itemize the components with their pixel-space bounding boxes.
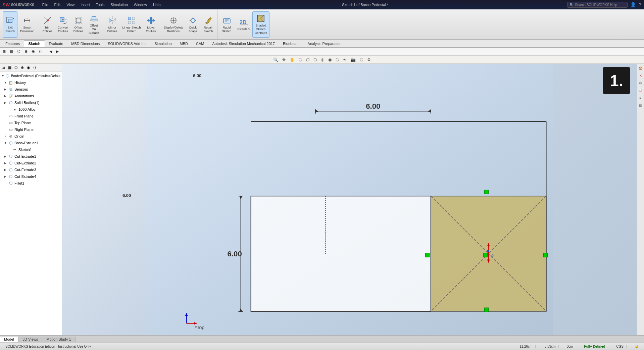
shaded-sketch-button[interactable]: ShadedSketchContours	[252, 11, 269, 38]
menu-tools[interactable]: Tools	[93, 2, 107, 7]
view-apply[interactable]: ⬡	[358, 57, 364, 63]
rp-extra[interactable]: ▦	[638, 102, 644, 108]
repair-sketch-button[interactable]: RepairSketch	[201, 11, 216, 38]
prev-arrow[interactable]: ◀	[48, 49, 53, 54]
convert-entities-button[interactable]: ConvertEntities	[56, 11, 70, 38]
tab-model[interactable]: Model	[0, 337, 18, 342]
mirror-entities-button[interactable]: MirrorEntities	[105, 11, 120, 38]
tab-mbd-dimensions[interactable]: MBD Dimensions	[67, 41, 104, 47]
menu-file[interactable]: File	[40, 2, 51, 7]
tab-analysis[interactable]: Analysis Preparation	[304, 41, 346, 47]
tree-item-cut-extrude2[interactable]: ▶ ⬡ Cut-Extrude2	[0, 160, 62, 166]
view-camera[interactable]: 📷	[349, 57, 357, 63]
sidebar-btn4[interactable]: ⊕	[19, 65, 25, 70]
trim-entities-button[interactable]: TrimEntities	[40, 11, 55, 38]
display-delete-button[interactable]: Display/DeleteRelations	[162, 11, 185, 38]
view-settings[interactable]: ⚙	[366, 57, 372, 63]
offset-entities-button[interactable]: OffsetEntities	[71, 11, 86, 38]
sidebar-btn6[interactable]: ⟨⟩	[32, 65, 37, 70]
tree-item-1060-alloy[interactable]: ≡ 1060 Alloy	[0, 106, 62, 113]
view-rotate[interactable]: 🔍	[272, 57, 280, 63]
tree-item-sketch1[interactable]: ✏ Sketch1	[0, 146, 62, 153]
rp-list[interactable]: ≡	[638, 95, 644, 101]
view-box[interactable]: ⬡	[297, 57, 303, 63]
view-light[interactable]: ☀	[342, 57, 348, 63]
sidebar-filter[interactable]: ⊿	[1, 65, 6, 70]
tree-item-sensors[interactable]: ▶ 📡 Sensors	[0, 86, 62, 93]
bottom-tabs: Model 3D Views Motion Study 1	[0, 335, 644, 343]
tree-item-solid-bodies[interactable]: ▶ ⬡ Solid Bodies(1)	[0, 99, 62, 106]
instant2d-button[interactable]: 2D Instant2D	[235, 11, 252, 38]
offset-on-surface-button[interactable]: OffsetOnSurface	[87, 11, 101, 38]
filter-button[interactable]: ⊞	[1, 49, 7, 54]
front-plane-icon: ▭	[8, 113, 13, 119]
tree-item-annotations[interactable]: ▶ 📝 Annotations	[0, 93, 62, 99]
move-entities-button[interactable]: MoveEntities	[144, 11, 158, 38]
rp-home[interactable]: 🏠	[638, 65, 644, 71]
view-pan[interactable]: ✋	[288, 57, 296, 63]
tb2-btn5[interactable]: ◉	[30, 49, 36, 54]
view-display[interactable]: ⬡	[312, 57, 318, 63]
tb2-btn4[interactable]: ⊕	[23, 49, 29, 54]
svg-rect-13	[76, 18, 81, 23]
annotations-icon: 📝	[8, 93, 13, 99]
menu-view[interactable]: View	[64, 2, 78, 7]
cut-extrude2-label: Cut-Extrude2	[14, 161, 36, 165]
sidebar-btn3[interactable]: ⬡	[13, 65, 19, 70]
right-panel: 🏠 ✕ ⚙ 📊 ≡ ▦	[637, 64, 644, 335]
sidebar-btn2[interactable]: ▦	[7, 65, 13, 70]
rp-settings[interactable]: ⚙	[638, 80, 644, 86]
tab-simulation[interactable]: Simulation	[150, 41, 176, 47]
tree-item-cut-extrude3[interactable]: ▶ ⬡ Cut-Extrude3	[0, 166, 62, 173]
tree-item-boss-extrude1[interactable]: ▼ ⬡ Boss-Extrude1	[0, 140, 62, 146]
toolbar-group-trim: TrimEntities ConvertEntities OffsetEntit…	[39, 10, 103, 39]
menu-insert[interactable]: Insert	[78, 2, 93, 7]
main-toolbar: ExitSketch ↔ SmartDimension	[0, 9, 644, 40]
menu-help[interactable]: Help	[150, 2, 163, 7]
tree-item-cut-extrude1[interactable]: ▶ ⬡ Cut-Extrude1	[0, 153, 62, 160]
tb2-btn6[interactable]: ⟨⟩	[38, 49, 43, 54]
tree-item-cut-extrude4[interactable]: ▶ ⬡ Cut-Extrude4	[0, 173, 62, 180]
exit-sketch-button[interactable]: ExitSketch	[3, 11, 17, 38]
tab-motion-study[interactable]: Motion Study 1	[42, 337, 75, 342]
tree-item-front-plane[interactable]: ▭ Front Plane	[0, 113, 62, 119]
viewport[interactable]: 1.	[62, 64, 637, 335]
next-arrow[interactable]: ▶	[55, 49, 60, 54]
linear-sketch-button[interactable]: Linear SketchPattern	[120, 11, 143, 38]
tb2-btn3[interactable]: ⬡	[16, 49, 22, 54]
tree-item-right-plane[interactable]: ▭ Right Plane	[0, 126, 62, 133]
tree-root[interactable]: ▼ ⬡ BorderPedestal (Default<<Defaul	[0, 72, 62, 79]
tab-autodesk[interactable]: Autodesk Simulation Mechanical 2017	[208, 41, 279, 47]
view-zoom[interactable]: ✥	[281, 57, 287, 63]
rp-chart[interactable]: 📊	[638, 87, 644, 93]
menu-edit[interactable]: Edit	[52, 2, 63, 7]
tree-item-fillet1[interactable]: ⬡ Fillet1	[0, 180, 62, 187]
tab-bluebeam[interactable]: Bluebeam	[279, 41, 304, 47]
view-hide[interactable]: ◎	[319, 57, 326, 63]
tab-evaluate[interactable]: Evaluate	[45, 41, 67, 47]
user-icon[interactable]: 👤	[630, 2, 636, 7]
tree-item-top-plane[interactable]: ▭ Top Plane	[0, 119, 62, 126]
tab-sketch[interactable]: Sketch	[24, 40, 45, 47]
view-appearances[interactable]: ◉	[327, 57, 333, 63]
rp-rotate[interactable]: ✕	[638, 72, 644, 79]
smart-dimension-button[interactable]: ↔ SmartDimension	[18, 11, 37, 38]
help-icon[interactable]: ?	[639, 2, 641, 7]
tab-sw-addins[interactable]: SOLIDWORKS Add-Ins	[104, 41, 150, 47]
tb2-btn2[interactable]: ▦	[8, 49, 14, 54]
tab-3d-views[interactable]: 3D Views	[18, 337, 42, 342]
tab-features[interactable]: Features	[1, 41, 24, 47]
tree-item-history[interactable]: ▼ 📋 History	[0, 79, 62, 86]
quick-snaps-button[interactable]: QuickSnaps	[186, 11, 200, 38]
tab-cam[interactable]: CAM	[192, 41, 208, 47]
view-section[interactable]: ⬡	[305, 57, 311, 63]
rapid-sketch-button[interactable]: RapidSketch	[219, 11, 234, 38]
menu-simulation[interactable]: Simulation	[108, 2, 130, 7]
view-scene[interactable]: ⬡	[334, 57, 340, 63]
tab-mbd[interactable]: MBD	[176, 41, 192, 47]
sidebar-btn5[interactable]: ◉	[26, 65, 32, 70]
search-box[interactable]: 🔍 Search SOLIDWORKS Help	[567, 2, 628, 8]
tree-item-origin[interactable]: └ ⊕ Origin	[0, 133, 62, 140]
menu-window[interactable]: Window	[131, 2, 150, 7]
linear-sketch-label: Linear SketchPattern	[122, 26, 141, 33]
